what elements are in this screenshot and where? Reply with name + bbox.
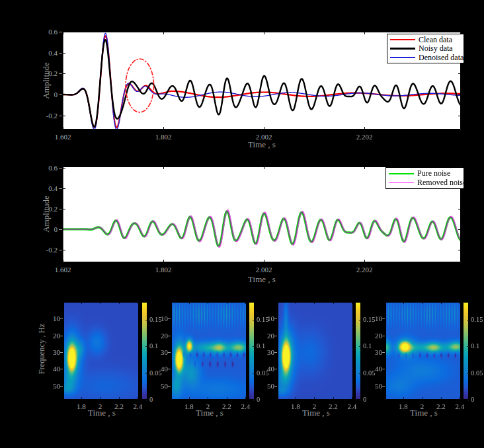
- freq-tick-label: 40: [53, 365, 60, 373]
- freq-tick-label: 30: [375, 348, 382, 356]
- colorbar-tick-label: 0.1: [363, 342, 372, 350]
- freq-tick-label: 10: [53, 315, 60, 322]
- freq-tick-label: 20: [53, 332, 60, 340]
- colorbar-tick-label: 0.05: [471, 369, 483, 377]
- legend-top-plot: Clean data Noisy data Denoised data: [387, 34, 464, 63]
- tick-mark: [59, 94, 62, 95]
- x-tick-label: 1.602: [55, 133, 71, 141]
- tick-mark: [274, 318, 277, 319]
- x-tick-label: 2.202: [356, 266, 373, 274]
- colorbar-denoised: [355, 302, 361, 400]
- y-tick-label: -0.2: [46, 112, 58, 120]
- tick-mark: [253, 373, 255, 374]
- legend-entry-removed-noise: Removed noise: [389, 178, 461, 187]
- spectrogram-removed-noise: [385, 302, 461, 400]
- legend-swatch-denoised: [390, 57, 415, 57]
- y-tick-label: 0.4: [48, 184, 58, 192]
- y-tick-label: 0.6: [48, 164, 58, 172]
- tick-mark: [145, 320, 147, 320]
- tick-mark: [59, 32, 62, 32]
- tick-mark: [60, 386, 63, 387]
- tick-mark: [253, 320, 255, 320]
- freq-tick-label: 40: [375, 365, 382, 373]
- colorbar-tick-label: 0: [471, 396, 474, 404]
- tick-mark: [59, 73, 62, 74]
- time-tick-label: 2.2: [114, 402, 124, 410]
- tick-mark: [359, 320, 361, 320]
- x-tick-label: 1.602: [55, 266, 71, 274]
- tick-mark: [359, 346, 361, 347]
- legend-label-pure-noise: Pure noise: [417, 169, 450, 178]
- tick-mark: [59, 188, 62, 189]
- freq-tick-label: 30: [161, 348, 168, 356]
- tick-mark: [59, 53, 62, 54]
- tick-mark: [168, 352, 171, 353]
- time-tick-label: 2.4: [348, 402, 357, 410]
- time-tick-label: 2.4: [134, 402, 143, 410]
- x-tick-label: 1.802: [155, 266, 172, 274]
- spectrogram-noisy: [171, 302, 247, 400]
- time-tick-label: 2.4: [456, 402, 465, 410]
- tick-mark: [60, 352, 63, 353]
- y-tick-label: 0.2: [48, 205, 58, 213]
- colorbar-tick-label: 0: [257, 396, 260, 404]
- tick-mark: [359, 400, 361, 400]
- legend-entry-denoised: Denoised data: [390, 54, 461, 62]
- legend-middle-plot: Pure noise Removed noise: [385, 167, 464, 189]
- freq-tick-label: 30: [267, 348, 274, 356]
- frequency-label: Frequency , Hz: [37, 324, 47, 375]
- tick-mark: [382, 336, 385, 336]
- tick-mark: [168, 336, 171, 336]
- colorbar-tick-label: 0: [363, 396, 366, 404]
- freq-tick-label: 30: [53, 348, 60, 356]
- time-tick-label: 2: [99, 402, 102, 410]
- tick-mark: [382, 318, 385, 319]
- time-tick-label: 1.8: [77, 402, 86, 410]
- freq-tick-label: 40: [161, 365, 168, 373]
- colorbar-tick-label: 0.1: [471, 342, 479, 350]
- tick-mark: [168, 386, 171, 387]
- colorbar-noisy: [249, 302, 255, 400]
- tick-mark: [467, 373, 469, 374]
- tick-mark: [467, 346, 469, 347]
- y-tick-label: 0.4: [48, 49, 58, 57]
- tick-mark: [59, 250, 62, 250]
- x-tick-label: 2.202: [356, 133, 373, 141]
- freq-tick-label: 50: [267, 382, 274, 390]
- tick-mark: [274, 352, 277, 353]
- tick-mark: [59, 229, 62, 230]
- time-tick-label: 2.4: [241, 402, 251, 410]
- legend-entry-clean: Clean data: [390, 36, 461, 44]
- spectrogram-clean: [63, 302, 139, 400]
- y-tick-label: 0.6: [48, 28, 58, 36]
- freq-tick-label: 10: [375, 315, 382, 322]
- tick-mark: [382, 386, 385, 387]
- legend-label-clean: Clean data: [419, 36, 452, 44]
- colorbar-tick-label: 0.15: [363, 316, 375, 324]
- tick-mark: [59, 116, 62, 116]
- freq-tick-label: 20: [267, 332, 274, 340]
- tick-mark: [274, 336, 277, 336]
- colorbar-tick-label: 0.05: [363, 369, 375, 377]
- time-tick-label: 2: [313, 402, 317, 410]
- freq-tick-label: 50: [375, 382, 382, 390]
- tick-mark: [59, 168, 62, 168]
- tick-mark: [168, 318, 171, 319]
- time-tick-label: 2.2: [222, 402, 231, 410]
- colorbar-tick-label: 0.15: [149, 316, 161, 324]
- y-tick-label: 0: [54, 91, 58, 98]
- tick-mark: [274, 386, 277, 387]
- y-tick-label: 0.2: [48, 69, 58, 77]
- legend-label-noisy: Noisy data: [419, 44, 453, 53]
- x-tick-label: 2.002: [256, 266, 272, 274]
- tick-mark: [467, 320, 469, 320]
- time-tick-label: 1.8: [291, 402, 300, 410]
- colorbar-clean: [141, 302, 147, 400]
- tick-mark: [60, 369, 63, 369]
- tick-mark: [145, 400, 147, 400]
- tick-mark: [359, 373, 361, 374]
- tick-mark: [382, 369, 385, 369]
- time-tick-label: 1.8: [399, 402, 408, 410]
- x-tick-label: 2.002: [256, 133, 272, 141]
- time-tick-label: 2: [421, 402, 424, 410]
